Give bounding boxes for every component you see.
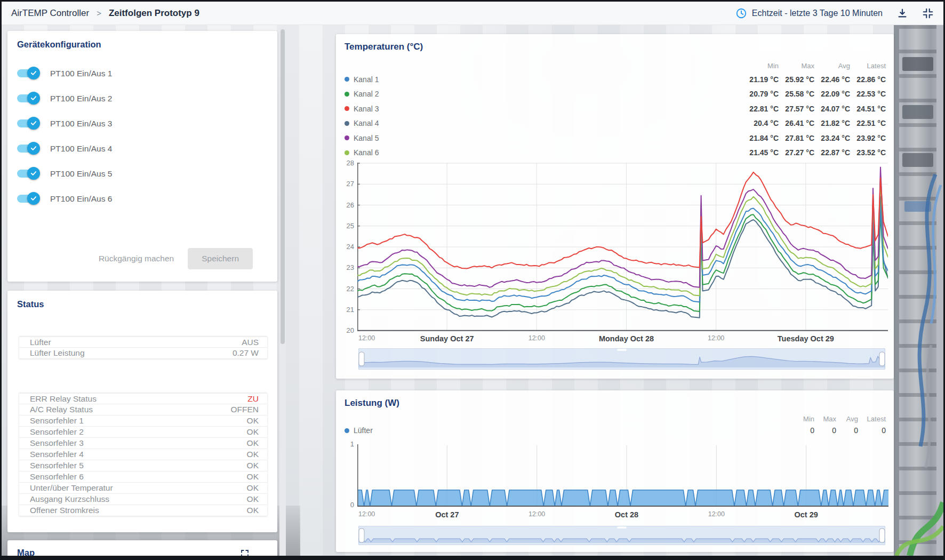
- status-row-label: Sensorfehler 2: [30, 427, 84, 437]
- toggle-thumb: [27, 167, 40, 180]
- breadcrumb-separator: >: [97, 9, 101, 18]
- legend-dot: [345, 150, 349, 155]
- status-row: Sensorfehler 6OK: [19, 471, 267, 483]
- y-tick-0: 0: [339, 501, 354, 509]
- stat-min: 20.79 °C: [736, 90, 779, 98]
- toggle-label: PT100 Ein/Aus 3: [50, 119, 112, 129]
- stat-min: 21.19 °C: [736, 75, 779, 84]
- stats-header-avg: Avg: [836, 415, 858, 423]
- power-chart[interactable]: [357, 444, 888, 507]
- legend-item-kanal-5[interactable]: Kanal 521.84 °C27.81 °C23.24 °C23.92 °C: [345, 131, 886, 146]
- status-row-label: Lüfter Leistung: [30, 348, 85, 358]
- check-icon: [30, 170, 37, 177]
- status-row-value: OFFEN: [230, 405, 259, 414]
- x-tick: 12:00: [358, 510, 375, 518]
- nav-handle-right[interactable]: [879, 352, 885, 366]
- breadcrumb-current: Zeitfolgen Prototyp 9: [109, 8, 199, 19]
- status-row: Offener StromkreisOK: [19, 505, 267, 516]
- stat-min: 20.4 °C: [736, 119, 779, 127]
- status-card: Status LüfterAUSLüfter Leistung0.27 W ER…: [7, 291, 277, 532]
- stat-max: 26.41 °C: [779, 119, 814, 127]
- status-row-value: AUS: [242, 338, 259, 347]
- navigator-svg: [358, 348, 885, 370]
- power-range-navigator[interactable]: [358, 526, 885, 545]
- left-column-scrollbar: [279, 26, 286, 556]
- status-row-value: OK: [247, 483, 259, 493]
- stat-max: 0: [814, 426, 836, 435]
- pt100-toggle-2[interactable]: PT100 Ein/Aus 2: [17, 86, 272, 111]
- save-button[interactable]: Speichern: [188, 248, 253, 269]
- download-icon[interactable]: [896, 7, 908, 19]
- toggle-label: PT100 Ein/Aus 2: [50, 94, 112, 103]
- temperature-title: Temperaturen (°C): [345, 42, 423, 52]
- stat-min: 21.84 °C: [736, 134, 779, 142]
- legend-label: Kanal 3: [354, 105, 736, 113]
- legend-item-kanal-6[interactable]: Kanal 621.45 °C27.27 °C22.87 °C23.52 °C: [345, 146, 886, 161]
- toggle-list: PT100 Ein/Aus 1PT100 Ein/Aus 2PT100 Ein/…: [17, 61, 272, 211]
- legend-item-kanal-3[interactable]: Kanal 322.81 °C27.57 °C24.07 °C24.51 °C: [345, 101, 886, 116]
- power-legend-row[interactable]: Lüfter0000: [345, 423, 886, 437]
- status-row: LüfterAUS: [19, 337, 267, 348]
- legend-item-kanal-1[interactable]: Kanal 121.19 °C25.92 °C22.46 °C22.86 °C: [345, 72, 886, 87]
- legend-label: Lüfter: [354, 426, 792, 435]
- legend-label: Kanal 5: [354, 134, 736, 142]
- pt100-toggle-4[interactable]: PT100 Ein/Aus 4: [17, 136, 272, 161]
- status-row: Ausgang KurzschlussOK: [19, 494, 267, 505]
- nav-handle-left[interactable]: [359, 352, 364, 366]
- stat-avg: 21.82 °C: [814, 119, 850, 127]
- toggle-label: PT100 Ein/Aus 4: [50, 144, 112, 154]
- stats-header-max: Max: [814, 415, 836, 423]
- toggle-switch: [17, 144, 38, 153]
- check-icon: [30, 119, 37, 127]
- undo-button[interactable]: Rückgängig machen: [99, 254, 174, 263]
- toggle-switch: [17, 94, 38, 103]
- stat-avg: 23.24 °C: [814, 134, 850, 142]
- top-bar: AirTEMP Controller > Zeitfolgen Prototyp…: [2, 2, 943, 25]
- expand-icon[interactable]: [240, 549, 250, 556]
- stat-max: 27.81 °C: [779, 134, 814, 142]
- legend-item-kanal-4[interactable]: Kanal 420.4 °C26.41 °C21.82 °C22.51 °C: [345, 116, 886, 131]
- status-row: Unter/über TemperaturOK: [19, 483, 267, 494]
- power-panel: Leistung (W) MinMaxAvgLatest Lüfter0000 …: [336, 390, 894, 552]
- status-row-label: Unter/über Temperatur: [30, 483, 113, 493]
- temperature-range-navigator[interactable]: [358, 348, 885, 370]
- temperature-chart-svg: [357, 163, 888, 331]
- status-row-value: OK: [247, 472, 259, 482]
- nav-handle-right[interactable]: [879, 529, 885, 542]
- server-rack-photo: [894, 25, 943, 556]
- toggle-switch: [17, 119, 38, 128]
- device-config-title: Gerätekonfiguration: [17, 39, 101, 50]
- x-tick: Oct 28: [615, 510, 638, 519]
- app-window: AirTEMP Controller > Zeitfolgen Prototyp…: [2, 2, 943, 556]
- power-chart-svg: [357, 444, 888, 507]
- stat-latest: 23.92 °C: [850, 134, 886, 142]
- legend-item-kanal-2[interactable]: Kanal 220.79 °C25.58 °C22.09 °C22.53 °C: [345, 87, 886, 102]
- scrollbar-thumb[interactable]: [281, 29, 285, 344]
- stats-header-max: Max: [779, 62, 814, 70]
- status-row-value: OK: [247, 427, 259, 437]
- stat-max: 25.58 °C: [779, 90, 814, 98]
- nav-handle-left[interactable]: [359, 529, 364, 542]
- status-row-value: OK: [247, 438, 259, 448]
- stat-latest: 23.52 °C: [850, 148, 886, 157]
- stat-avg: 22.46 °C: [814, 75, 850, 84]
- toggle-label: PT100 Ein/Aus 5: [50, 169, 112, 179]
- status-row: ERR Relay StatusZU: [19, 393, 267, 404]
- stat-max: 27.27 °C: [779, 148, 814, 157]
- temperature-chart[interactable]: [357, 163, 888, 331]
- stat-latest: 22.86 °C: [850, 75, 886, 84]
- pt100-toggle-3[interactable]: PT100 Ein/Aus 3: [17, 111, 272, 136]
- check-icon: [30, 195, 37, 202]
- status-row-label: Sensorfehler 3: [30, 438, 84, 448]
- pt100-toggle-5[interactable]: PT100 Ein/Aus 5: [17, 161, 272, 186]
- compress-icon[interactable]: [922, 7, 934, 19]
- toggle-thumb: [27, 117, 40, 130]
- stat-latest: 22.53 °C: [850, 90, 886, 98]
- pt100-toggle-6[interactable]: PT100 Ein/Aus 6: [17, 186, 272, 211]
- power-title: Leistung (W): [345, 398, 399, 409]
- breadcrumb-root[interactable]: AirTEMP Controller: [11, 8, 89, 19]
- status-title: Status: [17, 299, 44, 309]
- status-row-value: OK: [247, 494, 259, 504]
- pt100-toggle-1[interactable]: PT100 Ein/Aus 1: [17, 61, 272, 86]
- realtime-range-control[interactable]: Echtzeit - letzte 3 Tage 10 Minuten: [735, 7, 883, 19]
